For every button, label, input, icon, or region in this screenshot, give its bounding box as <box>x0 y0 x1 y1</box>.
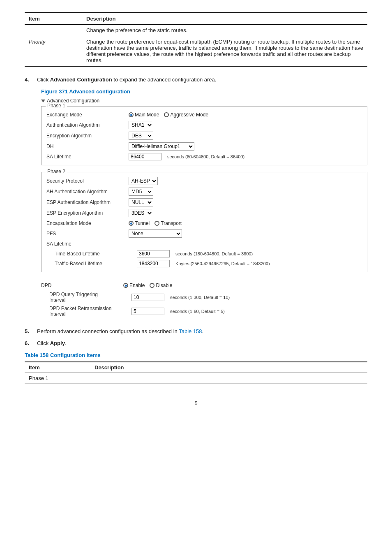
cfg-label-sa-lifetime-p1: SA Lifetime <box>46 154 129 160</box>
exchange-mode-radio: Main Mode Aggressive Mode <box>129 112 208 118</box>
cfg-row-time-lifetime: Time-Based Lifetime seconds (180-604800,… <box>55 249 362 259</box>
step-4-bold: Advanced Configuration <box>50 76 112 83</box>
cfg-row-dpd-retrans: DPD Packet RetransmissionInterval second… <box>49 304 367 318</box>
table-158-item-phase1: Phase 1 <box>25 373 90 384</box>
cfg-row-dpd: DPD Enable Disable <box>41 280 367 290</box>
cfg-row-dh: DH Diffie-Hellman Group1 Diffie-Hellman … <box>46 141 362 152</box>
cfg-row-sa-lifetime-p1: SA Lifetime seconds (60-604800, Default … <box>46 152 362 162</box>
figure-title: Figure 371 Advanced configuration <box>41 88 367 95</box>
cfg-label-dpd-query: DPD Query TriggeringInterval <box>49 292 131 303</box>
time-lifetime-input[interactable] <box>137 250 170 257</box>
dpd-section: DPD Enable Disable DPD Query TriggeringI… <box>41 279 367 320</box>
table-item-priority: Priority <box>25 36 82 67</box>
step-5: 5. Perform advanced connection configura… <box>25 328 367 334</box>
traffic-lifetime-input[interactable] <box>137 260 170 267</box>
sa-lifetime-p1-input[interactable] <box>129 153 161 160</box>
adv-config-header: Advanced Configuration <box>41 98 367 104</box>
radio-label-tunnel: Tunnel <box>135 220 150 226</box>
enc-algo-select[interactable]: DES 3DES AES <box>129 132 153 140</box>
phase1-label: Phase 1 <box>46 103 67 109</box>
cfg-label-enc-algo: Encryption Algorithm <box>46 133 129 139</box>
dpd-query-hint: seconds (1-300, Default = 10) <box>170 295 230 300</box>
ah-auth-select[interactable]: MD5 SHA1 <box>129 188 153 196</box>
cfg-row-esp-enc: ESP Encryption Algorithm 3DES DES AES <box>46 208 362 218</box>
dpd-query-control: seconds (1-300, Default = 10) <box>131 294 230 301</box>
radio-dpd-disable[interactable]: Disable <box>150 283 172 288</box>
table-158-header-desc: Description <box>90 362 367 373</box>
cfg-row-traffic-lifetime: Traffic-Based Lifetime Kbytes (2560-4294… <box>55 259 362 269</box>
table-row: Priority Change the route preference for… <box>25 36 367 67</box>
cfg-label-encap-mode: Encapsulation Mode <box>46 220 129 226</box>
pfs-select[interactable]: None Group1 Group2 <box>129 229 182 238</box>
advanced-config-widget: Advanced Configuration Phase 1 Exchange … <box>41 98 367 320</box>
table-158-link[interactable]: Table 158 <box>179 328 202 334</box>
table-158: Item Description Phase 1 <box>25 362 367 384</box>
radio-label-transport: Transport <box>161 220 182 226</box>
cfg-label-pfs: PFS <box>46 231 129 236</box>
cfg-row-esp-auth: ESP Authentication Algorithm NULL MD5 SH… <box>46 197 362 208</box>
dpd-retrans-input[interactable] <box>131 308 164 315</box>
radio-label-disable: Disable <box>156 283 172 288</box>
esp-enc-select[interactable]: 3DES DES AES <box>129 209 153 217</box>
radio-dot-tunnel <box>129 221 134 226</box>
radio-tunnel[interactable]: Tunnel <box>129 220 150 226</box>
radio-dot-transport <box>154 221 159 226</box>
esp-auth-control: NULL MD5 SHA1 <box>129 198 153 206</box>
dh-control: Diffie-Hellman Group1 Diffie-Hellman Gro… <box>129 142 194 151</box>
table-desc-change-preference: Change the preference of the static rout… <box>82 25 367 36</box>
radio-dot-enable <box>123 283 128 288</box>
cfg-row-ah-auth: AH Authentication Algorithm MD5 SHA1 <box>46 186 362 197</box>
radio-dpd-enable[interactable]: Enable <box>123 283 145 288</box>
table-158-desc-phase1 <box>90 373 367 384</box>
cfg-row-encap-mode: Encapsulation Mode Tunnel Transport <box>46 218 362 228</box>
table-item-empty <box>25 25 82 36</box>
cfg-label-esp-enc: ESP Encryption Algorithm <box>46 210 129 216</box>
radio-main-mode[interactable]: Main Mode <box>129 112 159 118</box>
cfg-label-exchange-mode: Exchange Mode <box>46 112 129 118</box>
phase1-box: Phase 1 Exchange Mode Main Mode Aggressi… <box>41 106 367 165</box>
sec-proto-control: AH-ESP AH ESP <box>129 177 158 185</box>
table-row: Phase 1 <box>25 373 367 384</box>
collapse-icon[interactable] <box>41 100 45 102</box>
sa-lifetime-p1-control: seconds (60-604800, Default = 86400) <box>129 153 244 160</box>
auth-algo-control: SHA1 MD5 <box>129 121 153 129</box>
dpd-radio: Enable Disable <box>123 283 172 288</box>
top-table-header-desc: Description <box>82 13 367 25</box>
step-6: 6. Click Apply. <box>25 340 367 346</box>
sa-lifetime-p1-hint: seconds (60-604800, Default = 86400) <box>167 154 244 159</box>
radio-dot-main <box>129 112 134 117</box>
ah-auth-control: MD5 SHA1 <box>129 188 153 196</box>
top-table: Item Description Change the preference o… <box>25 12 367 67</box>
table-158-title: Table 158 Configuration items <box>25 352 367 358</box>
cfg-label-sec-proto: Security Protocol <box>46 178 129 184</box>
step-6-bold: Apply <box>50 340 65 346</box>
dpd-retrans-hint: seconds (1-60, Default = 5) <box>170 309 225 314</box>
cfg-label-dpd: DPD <box>41 283 123 288</box>
radio-aggressive-mode[interactable]: Aggressive Mode <box>164 112 208 118</box>
cfg-row-auth-algo: Authentication Algorithm SHA1 MD5 <box>46 120 362 130</box>
cfg-row-enc-algo: Encryption Algorithm DES 3DES AES <box>46 130 362 141</box>
auth-algo-select[interactable]: SHA1 MD5 <box>129 121 153 129</box>
radio-label-aggressive: Aggressive Mode <box>170 112 208 118</box>
radio-transport[interactable]: Transport <box>154 220 182 226</box>
esp-auth-select[interactable]: NULL MD5 SHA1 <box>129 198 153 206</box>
cfg-label-esp-auth: ESP Authentication Algorithm <box>46 199 129 205</box>
step-5-number: 5. <box>25 328 33 334</box>
enc-algo-control: DES 3DES AES <box>129 132 153 140</box>
radio-dot-disable <box>150 283 154 288</box>
cfg-row-sec-proto: Security Protocol AH-ESP AH ESP <box>46 176 362 186</box>
sec-proto-select[interactable]: AH-ESP AH ESP <box>129 177 158 185</box>
traffic-lifetime-control: Kbytes (2560-4294967295, Default = 18432… <box>137 260 270 267</box>
cfg-label-traffic-lifetime: Traffic-Based Lifetime <box>55 261 137 266</box>
cfg-row-pfs: PFS None Group1 Group2 <box>46 228 362 239</box>
radio-label-main: Main Mode <box>135 112 159 118</box>
step-6-text: Click Apply. <box>37 340 67 346</box>
dpd-query-input[interactable] <box>131 294 164 301</box>
cfg-row-exchange-mode: Exchange Mode Main Mode Aggressive Mode <box>46 110 362 120</box>
step-4-text: Click Advanced Configuration to expand t… <box>37 76 216 83</box>
dh-select[interactable]: Diffie-Hellman Group1 Diffie-Hellman Gro… <box>129 142 194 151</box>
table-row: Change the preference of the static rout… <box>25 25 367 36</box>
cfg-label-dpd-retrans: DPD Packet RetransmissionInterval <box>49 306 131 317</box>
cfg-label-auth-algo: Authentication Algorithm <box>46 122 129 128</box>
phase2-box: Phase 2 Security Protocol AH-ESP AH ESP … <box>41 172 367 272</box>
